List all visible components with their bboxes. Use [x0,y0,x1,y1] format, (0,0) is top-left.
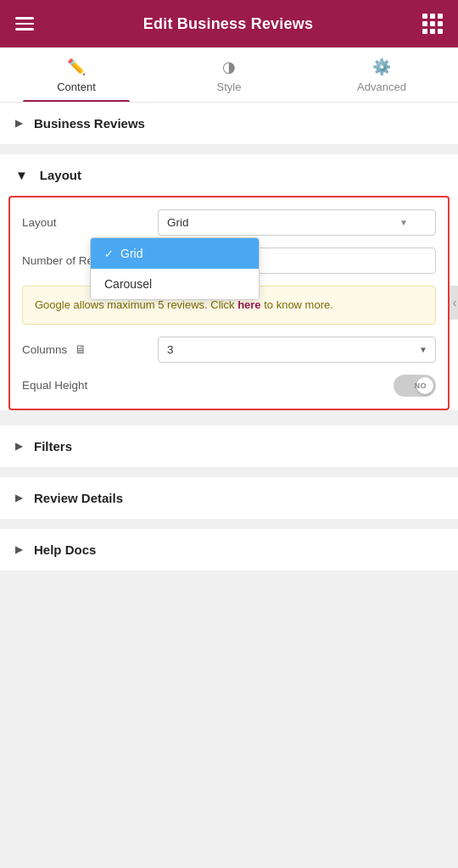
dropdown-item-grid[interactable]: ✓ Grid [91,238,259,269]
review-details-label: Review Details [34,491,123,505]
review-details-header[interactable]: ▶ Review Details [0,477,458,519]
layout-section-label: Layout [40,168,81,182]
business-reviews-section: ▶ Business Reviews [0,103,458,144]
tab-bar: ✏️ Content ◑ Style ⚙️ Advanced [0,47,458,103]
style-icon: ◑ [222,58,236,76]
check-icon: ✓ [104,248,114,260]
tab-content[interactable]: ✏️ Content [0,47,153,102]
tab-style-label: Style [217,81,242,93]
columns-label: Columns 🖥 [22,342,158,356]
apps-grid-icon[interactable] [422,14,443,34]
monitor-icon: 🖥 [75,342,87,356]
chevron-down-icon: ▼ [399,218,408,227]
arrow-icon-review-details: ▶ [15,492,22,504]
notice-text-after: to know more. [261,298,333,311]
help-docs-label: Help Docs [34,542,96,557]
help-docs-section: ▶ Help Docs [0,529,458,570]
dropdown-item-carousel-label: Carousel [104,277,152,291]
tab-style[interactable]: ◑ Style [153,47,305,102]
layout-dropdown-wrapper: Grid ▼ ✓ Grid Carousel [158,209,436,236]
layout-dropdown[interactable]: Grid ▼ [158,209,436,236]
equal-height-row: Equal Height NO [22,375,436,397]
columns-row: Columns 🖥 1 2 3 4 [22,337,436,363]
filters-section: ▶ Filters [0,426,458,467]
hamburger-menu-icon[interactable] [15,17,34,31]
columns-select[interactable]: 1 2 3 4 [158,337,436,363]
review-details-section: ▶ Review Details [0,477,458,519]
notice-link[interactable]: here [237,298,260,311]
tab-advanced[interactable]: ⚙️ Advanced [305,47,458,102]
notice-text: Google allows maximum 5 reviews. Click [35,298,237,311]
app-header: Edit Business Reviews [0,0,458,47]
toggle-no-label: NO [415,381,427,390]
filters-label: Filters [34,439,72,453]
arrow-down-icon: ▼ [15,168,28,182]
layout-section-header[interactable]: ▼ Layout [0,154,458,196]
layout-body: Layout Grid ▼ ✓ Grid Carousel [8,196,450,410]
layout-dropdown-control: Grid ▼ ✓ Grid Carousel [158,209,436,236]
tab-content-label: Content [57,81,96,93]
dropdown-item-grid-label: Grid [120,247,142,260]
tab-advanced-label: Advanced [357,81,406,93]
business-reviews-header[interactable]: ▶ Business Reviews [0,103,458,144]
equal-height-label: Equal Height [22,379,158,392]
arrow-icon-filters: ▶ [15,441,22,452]
equal-height-toggle[interactable]: NO [394,375,436,397]
help-docs-header[interactable]: ▶ Help Docs [0,529,458,570]
business-reviews-label: Business Reviews [34,116,145,131]
arrow-icon-help-docs: ▶ [15,544,22,555]
filters-header[interactable]: ▶ Filters [0,426,458,467]
arrow-icon: ▶ [15,118,22,129]
columns-control: 1 2 3 4 [158,337,436,363]
layout-dropdown-list: ✓ Grid Carousel [90,237,260,300]
sidebar-edge [450,286,458,320]
layout-field-label: Layout [22,216,158,229]
layout-dropdown-value: Grid [167,216,189,229]
pencil-icon: ✏️ [67,58,86,76]
layout-field-row: Layout Grid ▼ ✓ Grid Carousel [22,209,436,236]
gear-icon: ⚙️ [372,58,391,76]
page-title: Edit Business Reviews [143,15,313,33]
dropdown-item-carousel[interactable]: Carousel [91,269,259,299]
layout-section: ▼ Layout Layout Grid ▼ ✓ Grid [0,154,458,410]
equal-height-control: NO [158,375,436,397]
